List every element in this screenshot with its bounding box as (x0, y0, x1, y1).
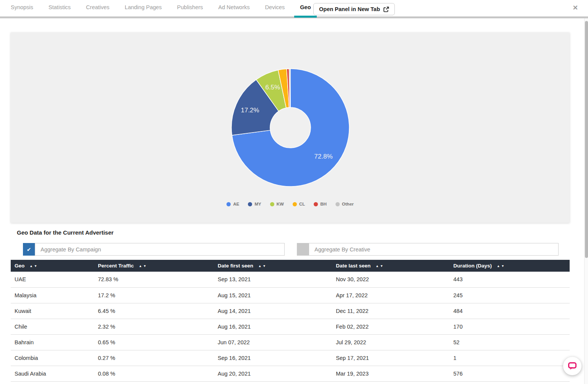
sort-icons[interactable]: ▲▼ (258, 264, 267, 268)
sort-desc-icon[interactable]: ▼ (143, 264, 147, 268)
panel-top-nav: Synopsis Statistics Creatives Landing Pa… (0, 0, 588, 18)
cell-first-seen: Aug 14, 2021 (214, 303, 332, 319)
legend-label: KW (277, 202, 284, 206)
sort-desc-icon[interactable]: ▼ (380, 264, 384, 268)
aggregate-by-creative-control[interactable]: Aggregate By Creative (297, 243, 559, 256)
tab-label: Geo (300, 4, 311, 10)
cell-geo: Chile (11, 319, 94, 334)
table-row: Malaysia 17.2 % Aug 15, 2021 Apr 17, 202… (11, 287, 570, 303)
legend-item-other: Other (336, 202, 354, 206)
tab-landing-pages[interactable]: Landing Pages (125, 0, 162, 18)
sort-desc-icon[interactable]: ▼ (501, 264, 505, 268)
active-tab-indicator (294, 16, 316, 18)
cell-first-seen: Sep 16, 2021 (214, 350, 332, 366)
tab-label: Synopsis (11, 4, 33, 10)
aggregate-by-campaign-label: Aggregate By Campaign (41, 246, 101, 253)
sort-icons[interactable]: ▲▼ (139, 264, 148, 268)
pie-slice-label: 72.8% (314, 153, 332, 160)
tab-publishers[interactable]: Publishers (177, 0, 203, 18)
cell-duration: 170 (450, 319, 570, 334)
legend-item-ae: AE (226, 202, 239, 206)
legend-item-kw: KW (270, 202, 284, 206)
sort-desc-icon[interactable]: ▼ (34, 264, 38, 268)
cell-last-seen: Dec 11, 2022 (332, 303, 450, 319)
column-header-geo[interactable]: Geo▲▼ (11, 260, 94, 272)
legend-label: MY (254, 202, 261, 206)
cell-duration: 484 (450, 303, 570, 319)
cell-duration: 245 (450, 287, 570, 303)
cell-geo: UAE (11, 272, 94, 287)
tab-creatives[interactable]: Creatives (86, 0, 109, 18)
sort-icons[interactable]: ▲▼ (497, 264, 506, 268)
scrollbar-thumb[interactable] (585, 21, 588, 258)
legend-item-my: MY (248, 202, 261, 206)
tab-label: Landing Pages (125, 4, 162, 10)
tab-statistics[interactable]: Statistics (49, 0, 71, 18)
column-header-percent-traffic[interactable]: Percent Traffic▲▼ (94, 260, 214, 272)
aggregate-by-creative-label-box[interactable]: Aggregate By Creative (309, 243, 559, 256)
legend-label: BH (320, 202, 327, 206)
legend-label: Other (342, 202, 354, 206)
cell-percent: 2.32 % (94, 319, 214, 334)
tab-ad-networks[interactable]: Ad Networks (218, 0, 250, 18)
tab-label: Devices (265, 4, 285, 10)
cell-geo: Kuwait (11, 303, 94, 319)
cell-last-seen: Apr 17, 2022 (332, 287, 450, 303)
cell-first-seen: Sep 13, 2021 (214, 272, 332, 287)
tab-geo[interactable]: Geo (300, 0, 311, 18)
aggregate-by-creative-checkbox[interactable] (297, 243, 309, 256)
sort-icons[interactable]: ▲▼ (29, 264, 38, 268)
geo-chart-panel: 72.8%17.2%6.5% AE MY KW CL BH Other (11, 32, 570, 223)
aggregate-by-campaign-control[interactable]: ✔ Aggregate By Campaign (23, 243, 285, 256)
cell-last-seen: Mar 19, 2023 (332, 366, 450, 381)
cell-geo: Saudi Arabia (11, 366, 94, 381)
column-label: Date last seen (336, 263, 371, 269)
tab-devices[interactable]: Devices (265, 0, 285, 18)
legend-dot-icon (293, 202, 297, 206)
geo-data-table: Geo▲▼ Percent Traffic▲▼ Date first seen▲… (11, 260, 570, 382)
aggregate-by-campaign-label-box[interactable]: Aggregate By Campaign (35, 243, 285, 256)
aggregate-by-creative-label: Aggregate By Creative (314, 246, 370, 253)
cell-duration: 1 (450, 350, 570, 366)
geo-data-section-title: Geo Data for the Current Advertiser (17, 229, 114, 236)
sort-desc-icon[interactable]: ▼ (262, 264, 267, 268)
legend-dot-icon (336, 202, 340, 206)
sort-asc-icon[interactable]: ▲ (376, 264, 380, 268)
chart-legend: AE MY KW CL BH Other (11, 202, 570, 206)
cell-percent: 0.27 % (94, 350, 214, 366)
cell-first-seen: Jun 07, 2022 (214, 334, 332, 350)
cell-last-seen: Jul 29, 2022 (332, 334, 450, 350)
sort-asc-icon[interactable]: ▲ (258, 264, 262, 268)
tab-synopsis[interactable]: Synopsis (11, 0, 33, 18)
pie-slice-label: 17.2% (241, 107, 259, 114)
cell-last-seen: Nov 30, 2022 (332, 272, 450, 287)
cell-first-seen: Aug 16, 2021 (214, 319, 332, 334)
cell-percent: 17.2 % (94, 287, 214, 303)
sort-asc-icon[interactable]: ▲ (497, 264, 501, 268)
column-header-date-first-seen[interactable]: Date first seen▲▼ (214, 260, 332, 272)
sort-asc-icon[interactable]: ▲ (139, 264, 143, 268)
column-label: Duration (Days) (453, 263, 492, 269)
legend-item-bh: BH (314, 202, 327, 206)
table-header-row: Geo▲▼ Percent Traffic▲▼ Date first seen▲… (11, 260, 570, 272)
aggregate-by-campaign-checkbox[interactable]: ✔ (23, 243, 35, 256)
tab-label: Ad Networks (218, 4, 250, 10)
cell-last-seen: Feb 02, 2022 (332, 319, 450, 334)
vertical-scrollbar[interactable] (584, 18, 588, 384)
cell-geo: Colombia (11, 350, 94, 366)
column-header-date-last-seen[interactable]: Date last seen▲▼ (332, 260, 450, 272)
tab-bar: Synopsis Statistics Creatives Landing Pa… (11, 0, 311, 16)
external-link-icon (383, 6, 389, 12)
column-header-duration-days[interactable]: Duration (Days)▲▼ (450, 260, 570, 272)
live-chat-button[interactable] (563, 357, 581, 375)
sort-icons[interactable]: ▲▼ (376, 264, 384, 268)
table-row: Colombia 0.27 % Sep 16, 2021 Sep 17, 202… (11, 350, 570, 366)
cell-duration: 52 (450, 334, 570, 350)
column-label: Date first seen (218, 263, 253, 269)
legend-dot-icon (270, 202, 274, 206)
cell-percent: 6.45 % (94, 303, 214, 319)
column-label: Geo (15, 263, 24, 269)
sort-asc-icon[interactable]: ▲ (29, 264, 34, 268)
open-panel-new-tab-button[interactable]: Open Panel in New Tab (313, 3, 395, 15)
close-icon[interactable]: ✕ (573, 5, 578, 11)
